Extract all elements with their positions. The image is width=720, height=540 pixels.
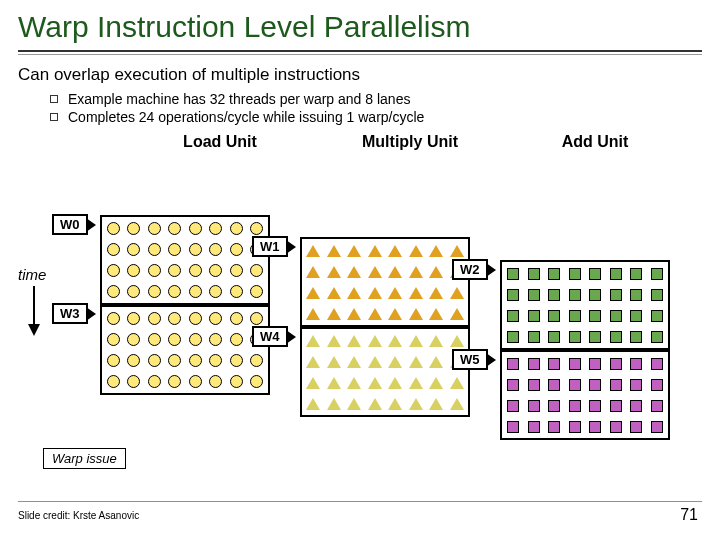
cell — [305, 242, 322, 259]
cell — [167, 241, 184, 258]
cell — [126, 283, 143, 300]
cell — [187, 352, 204, 369]
cell — [126, 331, 143, 348]
cell — [105, 283, 122, 300]
add-grid — [500, 260, 670, 350]
cell — [367, 332, 384, 349]
cell — [526, 307, 543, 324]
cell — [228, 283, 245, 300]
cell — [146, 310, 163, 327]
cell — [408, 374, 425, 391]
cell — [105, 262, 122, 279]
cell — [526, 265, 543, 282]
cell — [428, 374, 445, 391]
cell — [428, 284, 445, 301]
cell — [249, 262, 266, 279]
cell — [167, 262, 184, 279]
cell — [608, 355, 625, 372]
cell — [649, 307, 666, 324]
cell — [408, 305, 425, 322]
cell — [608, 307, 625, 324]
cell — [649, 418, 666, 435]
warp-w5: W5 — [452, 349, 488, 370]
warp-issue-label: Warp issue — [43, 448, 126, 469]
slide-credit: Slide credit: Krste Asanovic — [18, 510, 139, 521]
cell — [649, 265, 666, 282]
cell — [187, 310, 204, 327]
cell — [567, 418, 584, 435]
cell — [228, 220, 245, 237]
cell — [146, 283, 163, 300]
cell — [449, 353, 466, 370]
cell — [608, 286, 625, 303]
cell — [249, 310, 266, 327]
cell — [367, 242, 384, 259]
cell — [408, 284, 425, 301]
cell — [228, 373, 245, 390]
cell — [408, 395, 425, 412]
cell — [126, 310, 143, 327]
add-unit-label: Add Unit — [510, 133, 680, 151]
unit-labels: Load Unit Multiply Unit Add Unit — [0, 127, 720, 151]
cell — [387, 374, 404, 391]
cell — [146, 262, 163, 279]
cell — [387, 263, 404, 280]
cell — [387, 284, 404, 301]
bullet-square-icon — [50, 113, 58, 121]
cell — [367, 353, 384, 370]
cell — [346, 395, 363, 412]
cell — [608, 418, 625, 435]
warp-w2: W2 — [452, 259, 488, 280]
cell — [505, 265, 522, 282]
cell — [208, 283, 225, 300]
cell — [449, 263, 466, 280]
cell — [249, 283, 266, 300]
cell — [567, 376, 584, 393]
cell — [526, 397, 543, 414]
cell — [346, 374, 363, 391]
cell — [326, 242, 343, 259]
mul-grid — [300, 237, 470, 327]
cell — [505, 328, 522, 345]
cell — [167, 352, 184, 369]
cell — [505, 397, 522, 414]
cell — [305, 374, 322, 391]
load-unit-label: Load Unit — [130, 133, 310, 151]
cell — [126, 241, 143, 258]
cell — [187, 283, 204, 300]
cell — [449, 395, 466, 412]
cell — [346, 305, 363, 322]
multiply-unit-label: Multiply Unit — [310, 133, 510, 151]
cell — [546, 265, 563, 282]
cell — [649, 376, 666, 393]
cell — [167, 310, 184, 327]
cell — [126, 220, 143, 237]
cell — [146, 373, 163, 390]
cell — [505, 307, 522, 324]
cell — [428, 305, 445, 322]
cell — [126, 373, 143, 390]
cell — [608, 376, 625, 393]
cell — [146, 331, 163, 348]
cell — [546, 418, 563, 435]
cell — [228, 241, 245, 258]
cell — [208, 220, 225, 237]
cell — [228, 331, 245, 348]
subtitle: Can overlap execution of multiple instru… — [0, 65, 720, 91]
cell — [105, 373, 122, 390]
cell — [208, 373, 225, 390]
cell — [526, 355, 543, 372]
cell — [567, 397, 584, 414]
cell — [546, 397, 563, 414]
cell — [187, 373, 204, 390]
cell — [587, 397, 604, 414]
warp-w1: W1 — [252, 236, 288, 257]
bullet-list: Example machine has 32 threads per warp … — [0, 91, 720, 125]
cell — [249, 331, 266, 348]
cell — [587, 418, 604, 435]
cell — [167, 331, 184, 348]
cell — [249, 352, 266, 369]
cell — [628, 376, 645, 393]
cell — [546, 286, 563, 303]
cell — [305, 305, 322, 322]
